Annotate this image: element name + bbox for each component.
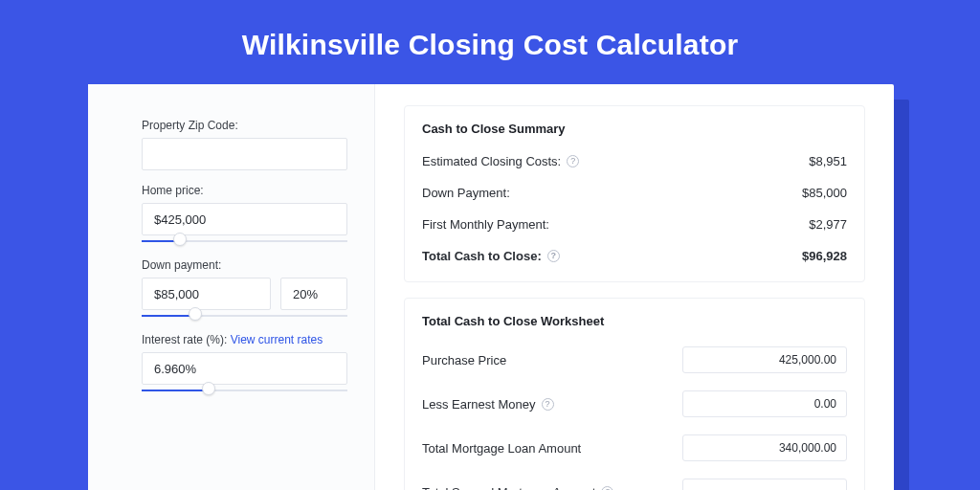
price-slider-thumb[interactable] xyxy=(173,233,187,246)
summary-column: Cash to Close Summary Estimated Closing … xyxy=(375,84,894,490)
summary-row-first: First Monthly Payment: $2,977 xyxy=(422,209,847,240)
summary-panel: Cash to Close Summary Estimated Closing … xyxy=(404,105,865,282)
price-slider[interactable] xyxy=(142,237,347,245)
ws-row-mortgage: Total Mortgage Loan Amount xyxy=(422,426,847,470)
summary-row-total: Total Cash to Close: ? $96,928 xyxy=(422,240,847,272)
calculator-card: Property Zip Code: Home price: Down paym… xyxy=(88,84,894,490)
ws-second-input[interactable] xyxy=(682,479,847,490)
ws-mortgage-input[interactable] xyxy=(682,434,847,461)
worksheet-panel: Total Cash to Close Worksheet Purchase P… xyxy=(404,298,865,490)
help-icon[interactable]: ? xyxy=(601,486,613,491)
rate-slider[interactable] xyxy=(142,387,347,394)
page-title: Wilkinsville Closing Cost Calculator xyxy=(0,0,980,84)
ws-row-earnest: Less Earnest Money ? xyxy=(422,382,847,426)
summary-row-closing: Estimated Closing Costs: ? $8,951 xyxy=(422,145,847,177)
summary-total-label: Total Cash to Close: xyxy=(422,249,542,263)
zip-label: Property Zip Code: xyxy=(142,119,347,132)
inputs-panel: Property Zip Code: Home price: Down paym… xyxy=(88,84,375,490)
ws-mortgage-label: Total Mortgage Loan Amount xyxy=(422,441,581,456)
ws-earnest-label: Less Earnest Money xyxy=(422,397,536,412)
help-icon[interactable]: ? xyxy=(547,250,560,262)
ws-purchase-input[interactable] xyxy=(682,346,847,373)
field-price: Home price: xyxy=(142,184,347,245)
summary-first-value: $2,977 xyxy=(809,217,847,232)
down-amount-input[interactable] xyxy=(142,278,271,310)
ws-second-label: Total Second Mortgage Amount xyxy=(422,485,595,491)
price-input[interactable] xyxy=(142,203,347,235)
summary-row-down: Down Payment: $85,000 xyxy=(422,177,847,209)
summary-first-label: First Monthly Payment: xyxy=(422,217,549,232)
ws-row-second: Total Second Mortgage Amount ? xyxy=(422,470,847,490)
help-icon[interactable]: ? xyxy=(542,398,554,411)
summary-closing-label: Estimated Closing Costs: xyxy=(422,154,561,168)
down-slider-thumb[interactable] xyxy=(189,307,202,321)
rate-slider-thumb[interactable] xyxy=(202,382,215,395)
zip-input[interactable] xyxy=(142,138,347,170)
down-label: Down payment: xyxy=(142,258,347,272)
summary-down-value: $85,000 xyxy=(802,186,847,200)
summary-title: Cash to Close Summary xyxy=(422,116,847,145)
down-slider[interactable] xyxy=(142,312,347,320)
field-zip: Property Zip Code: xyxy=(142,119,347,170)
field-rate: Interest rate (%): View current rates xyxy=(142,333,347,394)
summary-down-label: Down Payment: xyxy=(422,186,510,200)
summary-total-value: $96,928 xyxy=(802,249,847,263)
help-icon[interactable]: ? xyxy=(567,155,579,167)
rate-label: Interest rate (%): View current rates xyxy=(142,333,347,346)
ws-purchase-label: Purchase Price xyxy=(422,353,506,368)
ws-earnest-input[interactable] xyxy=(682,390,847,417)
view-rates-link[interactable]: View current rates xyxy=(231,333,323,346)
field-down: Down payment: xyxy=(142,258,347,320)
worksheet-title: Total Cash to Close Worksheet xyxy=(422,308,847,338)
summary-closing-value: $8,951 xyxy=(809,154,847,168)
rate-input[interactable] xyxy=(142,352,347,385)
ws-row-purchase: Purchase Price xyxy=(422,338,847,382)
down-percent-input[interactable] xyxy=(280,278,347,310)
price-label: Home price: xyxy=(142,184,347,197)
